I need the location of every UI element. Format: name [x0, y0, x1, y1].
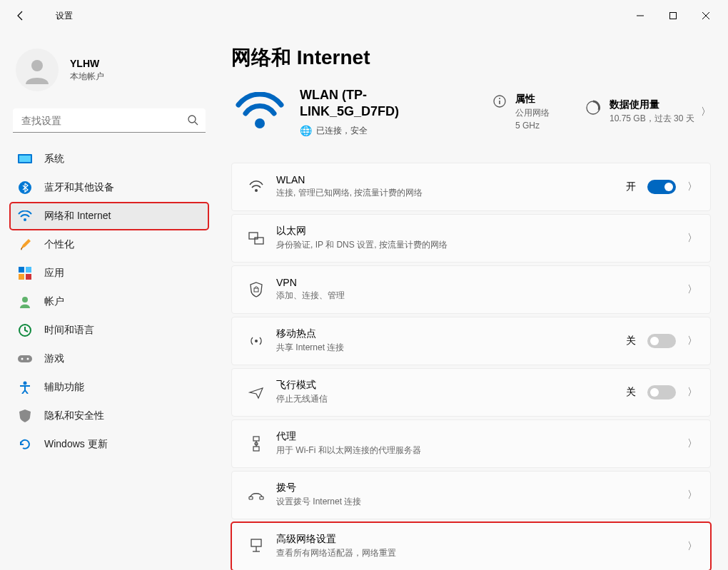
hotspot-toggle[interactable]	[647, 334, 676, 348]
card-title: 飞行模式	[276, 379, 328, 392]
svg-rect-9	[19, 267, 24, 273]
status-row[interactable]: WLAN (TP-LINK_5G_D7FD) 🌐 已连接，安全 属性 公用网络 …	[231, 87, 711, 137]
card-title: 代理	[276, 430, 421, 443]
nav-label: 游戏	[44, 352, 64, 365]
nav-system[interactable]: 系统	[10, 146, 208, 173]
card-airplane[interactable]: 飞行模式 停止无线通信 关 〉	[231, 368, 711, 417]
nav-label: 时间和语言	[44, 324, 94, 337]
card-proxy[interactable]: 代理 用于 Wi-Fi 和以太网连接的代理服务器 〉	[231, 419, 711, 468]
svg-point-13	[22, 297, 28, 302]
system-icon	[17, 151, 33, 167]
nav-label: 应用	[44, 267, 64, 280]
back-button[interactable]	[10, 5, 31, 26]
nav-label: 个性化	[44, 238, 74, 251]
card-title: 高级网络设置	[276, 533, 396, 546]
maximize-button[interactable]	[657, 4, 689, 28]
prop-d2: 5 GHz	[515, 121, 550, 131]
profile[interactable]: YLHW 本地帐户	[10, 39, 208, 108]
vpn-icon	[242, 282, 271, 297]
status-sub: 已连接，安全	[316, 125, 368, 137]
chevron-right-icon: 〉	[687, 180, 697, 193]
nav-time[interactable]: 时间和语言	[10, 317, 208, 344]
nav-update[interactable]: Windows 更新	[10, 431, 208, 458]
card-title: 以太网	[276, 225, 448, 238]
svg-point-16	[21, 358, 24, 360]
card-title: 移动热点	[276, 327, 344, 340]
svg-point-18	[24, 382, 27, 385]
svg-rect-6	[19, 156, 31, 162]
card-desc: 连接, 管理已知网络, 按流量计费的网络	[276, 187, 423, 199]
hotspot-icon	[242, 334, 271, 348]
nav-accounts[interactable]: 帐户	[10, 288, 208, 315]
nav-label: 帐户	[44, 295, 64, 308]
brush-icon	[17, 237, 33, 253]
nav-label: 系统	[44, 153, 64, 166]
chevron-right-icon: 〉	[701, 106, 711, 118]
svg-rect-30	[253, 447, 259, 451]
nav: 系统 蓝牙和其他设备 网络和 Internet 个性化 应用 帐户	[10, 146, 208, 458]
card-dial[interactable]: 拨号 设置拨号 Internet 连接 〉	[231, 471, 711, 519]
wlan-toggle[interactable]	[647, 180, 676, 194]
svg-rect-34	[260, 497, 263, 499]
svg-point-22	[499, 98, 500, 99]
data-head: 数据使用量	[610, 98, 694, 111]
sidebar: YLHW 本地帐户 系统 蓝牙和其他设备 网络和 Internet	[0, 31, 214, 570]
window-title: 设置	[56, 10, 73, 22]
toggle-label: 开	[626, 180, 636, 193]
profile-name: YLHW	[70, 58, 104, 69]
nav-label: 网络和 Internet	[44, 210, 111, 223]
apps-icon	[17, 265, 33, 281]
search-icon	[187, 114, 198, 128]
main: 网络和 Internet WLAN (TP-LINK_5G_D7FD) 🌐 已连…	[214, 31, 728, 570]
card-wlan[interactable]: WLAN 连接, 管理已知网络, 按流量计费的网络 开 〉	[231, 163, 711, 211]
card-advanced[interactable]: 高级网络设置 查看所有网络适配器，网络重置 〉	[231, 522, 711, 570]
nav-network[interactable]: 网络和 Internet	[10, 203, 208, 230]
card-desc: 停止无线通信	[276, 393, 328, 405]
proxy-icon	[242, 436, 271, 452]
svg-point-2	[31, 60, 43, 71]
nav-accessibility[interactable]: 辅助功能	[10, 374, 208, 401]
airplane-toggle[interactable]	[647, 385, 676, 399]
chevron-right-icon: 〉	[687, 335, 697, 347]
page-title: 网络和 Internet	[231, 44, 711, 71]
card-ethernet[interactable]: 以太网 身份验证, IP 和 DNS 设置, 按流量计费的网络 〉	[231, 214, 711, 263]
svg-rect-15	[18, 355, 32, 362]
toggle-label: 关	[626, 386, 636, 399]
svg-rect-33	[249, 497, 253, 499]
svg-rect-35	[251, 539, 261, 546]
nav-apps[interactable]: 应用	[10, 260, 208, 287]
search-input[interactable]	[13, 108, 206, 133]
wifi-icon	[17, 208, 33, 224]
chevron-right-icon: 〉	[687, 540, 697, 553]
window-controls	[624, 4, 722, 28]
svg-rect-11	[19, 274, 24, 280]
prop-d1: 公用网络	[515, 107, 550, 119]
data-d: 10.75 GB，过去 30 天	[610, 113, 694, 125]
nav-personalize[interactable]: 个性化	[10, 231, 208, 258]
svg-point-17	[27, 358, 29, 360]
svg-point-28	[255, 340, 258, 342]
svg-rect-27	[254, 288, 258, 292]
close-button[interactable]	[689, 4, 722, 28]
account-icon	[17, 294, 33, 310]
nav-privacy[interactable]: 隐私和安全性	[10, 402, 208, 429]
chevron-right-icon: 〉	[687, 489, 697, 502]
card-vpn[interactable]: VPN 添加、连接、管理 〉	[231, 265, 711, 314]
nav-bluetooth[interactable]: 蓝牙和其他设备	[10, 174, 208, 201]
wifi-large-icon	[231, 92, 288, 132]
nav-gaming[interactable]: 游戏	[10, 345, 208, 372]
nav-label: 蓝牙和其他设备	[44, 181, 114, 194]
wifi-icon	[242, 180, 271, 193]
toggle-label: 关	[626, 335, 636, 347]
cards: WLAN 连接, 管理已知网络, 按流量计费的网络 开 〉 以太网 身份验证, …	[231, 163, 711, 570]
nav-label: 辅助功能	[44, 381, 84, 394]
card-desc: 身份验证, IP 和 DNS 设置, 按流量计费的网络	[276, 239, 448, 251]
bluetooth-icon	[17, 180, 33, 195]
minimize-button[interactable]	[624, 4, 657, 28]
chevron-right-icon: 〉	[687, 386, 697, 399]
card-hotspot[interactable]: 移动热点 共享 Internet 连接 关 〉	[231, 317, 711, 365]
card-title: WLAN	[276, 174, 423, 185]
card-desc: 查看所有网络适配器，网络重置	[276, 547, 396, 559]
card-desc: 设置拨号 Internet 连接	[276, 496, 361, 508]
nav-label: Windows 更新	[44, 438, 108, 451]
